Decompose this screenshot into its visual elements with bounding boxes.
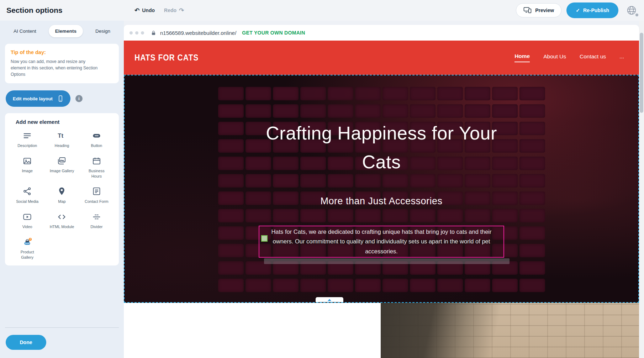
hero-tile [465,104,490,118]
element-business-hours[interactable]: Business Hours [80,156,113,179]
phone-icon [57,95,64,102]
hero-tile [519,139,545,153]
element-image[interactable]: Image [11,156,44,179]
hero-subheading[interactable]: More than Just Accessories [125,196,638,207]
language-globe-button[interactable] [624,3,639,18]
browser-chrome-bar: n1566589.websitebuilder.online/ GET YOUR… [124,25,639,41]
element-contact-form[interactable]: Contact Form [80,186,113,204]
element-label: Image Gallery [50,168,74,173]
scrollbar-thumb[interactable] [640,33,643,113]
hero-tile [519,174,545,188]
redo-icon: ↷ [179,7,184,14]
element-video[interactable]: Video [11,212,44,229]
hero-tile [519,244,545,257]
element-label: Button [91,143,102,148]
hero-tile [218,157,244,170]
element-label: Image [22,168,33,173]
nav-home[interactable]: Home [514,53,530,62]
hero-tile [492,87,518,100]
window-dot [135,31,138,35]
element-map[interactable]: Map [45,186,78,204]
element-heading[interactable]: Tt Heading [45,131,78,148]
hero-tile [218,279,244,292]
element-product-gallery[interactable]: SHOP Product Gallery [11,237,44,260]
green-resize-handle[interactable] [261,235,268,242]
element-label: Description [17,143,37,148]
element-social-media[interactable]: Social Media [11,186,44,204]
site-preview-area: n1566589.websitebuilder.online/ GET YOUR… [124,21,639,358]
hero-tile [273,104,299,118]
hero-tile [437,209,463,222]
hero-tile [465,279,490,292]
hero-tile [246,87,271,100]
hero-heading[interactable]: Crafting Happiness for Your Cats [260,119,502,177]
hero-tile [410,279,436,292]
section-resize-handle[interactable] [316,297,343,303]
image-gallery-icon [57,156,67,166]
republish-button[interactable]: ✓ Re-Publish [566,2,618,18]
nav-more[interactable]: ... [619,53,624,62]
hero-tile [492,209,518,222]
sidebar-tabs: AI Content Elements Design [5,25,119,37]
element-image-gallery[interactable]: Image Gallery [45,156,78,179]
heading-icon: Tt [57,131,67,141]
tab-ai-content[interactable]: AI Content [7,25,43,37]
description-icon [22,131,32,141]
info-icon[interactable]: i [75,95,83,102]
hero-tile [519,157,545,170]
hero-tile [519,261,545,275]
hero-tile [273,209,299,222]
globe-badge [635,14,638,16]
html-module-icon [57,212,67,222]
hero-tile [437,87,463,100]
page-title: Section options [0,6,124,15]
hero-tile [519,104,545,118]
element-button[interactable]: Button [80,131,113,148]
redo-label: Redo [164,7,176,13]
get-your-own-domain-link[interactable]: GET YOUR OWN DOMAIN [242,30,305,36]
site-header: HATS FOR CATS Home About Us Contact us .… [124,41,639,75]
element-html-module[interactable]: HTML Module [45,212,78,229]
preview-button[interactable]: Preview [516,3,561,17]
hero-section-selected[interactable]: Crafting Happiness for Your Cats More th… [124,75,639,303]
edit-mobile-layout-button[interactable]: Edit mobile layout [6,90,70,107]
business-hours-icon [92,156,101,166]
element-label: Social Media [16,199,38,204]
site-logo[interactable]: HATS FOR CATS [134,53,199,63]
hero-paragraph-text: Hats for Cats, we are dedicated to craft… [262,227,501,256]
preview-label: Preview [535,7,554,13]
hero-tile [355,87,381,100]
resize-arrow-up-icon [328,299,331,301]
hero-tile [273,87,299,100]
element-description[interactable]: Description [11,131,44,148]
hero-tile [519,122,545,135]
hero-tile [465,209,490,222]
element-divider[interactable]: Divider [80,212,113,229]
hero-paragraph-selected[interactable]: Hats for Cats, we are dedicated to craft… [259,226,504,258]
hero-tile [519,87,545,100]
done-button[interactable]: Done [6,335,46,350]
hero-tile [273,279,299,292]
button-icon [92,131,101,141]
hero-tile [410,87,436,100]
tip-title: Tip of the day: [11,49,113,55]
section-options-sidebar: AI Content Elements Design Tip of the da… [0,21,124,358]
element-label: Business Hours [84,168,109,179]
svg-text:Tt: Tt [58,132,64,139]
element-label: Contact Form [85,199,109,204]
hero-tile [218,261,244,275]
undo-icon: ↶ [134,7,139,14]
undo-button[interactable]: ↶ Undo [134,7,155,14]
hero-tile [382,87,408,100]
hero-tile [492,104,518,118]
hero-tile [355,104,381,118]
video-icon [22,212,32,222]
tab-elements[interactable]: Elements [49,25,83,37]
page-scrollbar[interactable] [639,21,644,358]
nav-contact-us[interactable]: Contact us [580,53,606,62]
site-nav: Home About Us Contact us ... [514,53,624,62]
redo-button[interactable]: Redo ↷ [164,7,184,14]
window-control-dots [130,31,144,35]
tab-design[interactable]: Design [89,25,117,37]
nav-about-us[interactable]: About Us [543,53,566,62]
